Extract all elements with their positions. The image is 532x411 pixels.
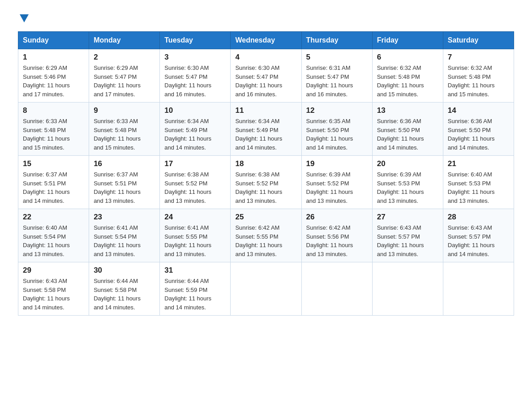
day-number: 20	[377, 159, 438, 168]
page-header	[18, 13, 514, 22]
calendar-cell: 19Sunrise: 6:39 AMSunset: 5:52 PMDayligh…	[301, 156, 372, 209]
calendar-cell: 30Sunrise: 6:44 AMSunset: 5:58 PMDayligh…	[89, 262, 160, 316]
day-number: 9	[94, 106, 155, 115]
day-info: Sunrise: 6:30 AMSunset: 5:47 PMDaylight:…	[164, 64, 226, 98]
day-number: 22	[23, 213, 84, 222]
day-info: Sunrise: 6:37 AMSunset: 5:51 PMDaylight:…	[94, 170, 155, 205]
day-info: Sunrise: 6:44 AMSunset: 5:59 PMDaylight:…	[164, 277, 226, 312]
calendar-cell: 23Sunrise: 6:41 AMSunset: 5:54 PMDayligh…	[89, 209, 160, 262]
day-info: Sunrise: 6:40 AMSunset: 5:54 PMDaylight:…	[23, 223, 84, 258]
calendar-cell: 20Sunrise: 6:39 AMSunset: 5:53 PMDayligh…	[372, 156, 443, 209]
calendar-cell: 22Sunrise: 6:40 AMSunset: 5:54 PMDayligh…	[18, 209, 89, 262]
calendar-cell	[372, 262, 443, 316]
logo	[18, 13, 29, 22]
day-info: Sunrise: 6:42 AMSunset: 5:56 PMDaylight:…	[306, 223, 368, 258]
day-info: Sunrise: 6:36 AMSunset: 5:50 PMDaylight:…	[377, 117, 438, 152]
calendar-cell: 1Sunrise: 6:29 AMSunset: 5:46 PMDaylight…	[18, 49, 89, 103]
day-number: 27	[377, 213, 438, 222]
day-info: Sunrise: 6:33 AMSunset: 5:48 PMDaylight:…	[23, 117, 84, 152]
calendar-cell	[443, 262, 514, 316]
calendar-cell: 10Sunrise: 6:34 AMSunset: 5:49 PMDayligh…	[160, 103, 231, 156]
day-number: 13	[377, 106, 438, 115]
calendar-cell: 6Sunrise: 6:32 AMSunset: 5:48 PMDaylight…	[372, 49, 443, 103]
day-info: Sunrise: 6:31 AMSunset: 5:47 PMDaylight:…	[306, 64, 368, 98]
calendar-cell: 15Sunrise: 6:37 AMSunset: 5:51 PMDayligh…	[18, 156, 89, 209]
weekday-header-thursday: Thursday	[301, 32, 372, 49]
weekday-header-tuesday: Tuesday	[160, 32, 231, 49]
calendar-week-1: 1Sunrise: 6:29 AMSunset: 5:46 PMDaylight…	[18, 49, 514, 103]
calendar-header: SundayMondayTuesdayWednesdayThursdayFrid…	[18, 32, 514, 49]
calendar-week-5: 29Sunrise: 6:43 AMSunset: 5:58 PMDayligh…	[18, 262, 514, 316]
day-number: 28	[448, 213, 509, 222]
day-info: Sunrise: 6:43 AMSunset: 5:57 PMDaylight:…	[377, 223, 438, 258]
weekday-header-monday: Monday	[89, 32, 160, 49]
day-info: Sunrise: 6:42 AMSunset: 5:55 PMDaylight:…	[235, 223, 296, 258]
calendar-cell: 31Sunrise: 6:44 AMSunset: 5:59 PMDayligh…	[160, 262, 231, 316]
day-info: Sunrise: 6:32 AMSunset: 5:48 PMDaylight:…	[377, 64, 438, 98]
day-info: Sunrise: 6:41 AMSunset: 5:54 PMDaylight:…	[94, 223, 155, 258]
calendar-table: SundayMondayTuesdayWednesdayThursdayFrid…	[18, 31, 514, 316]
day-number: 15	[23, 159, 84, 168]
calendar-cell	[231, 262, 301, 316]
day-number: 31	[164, 266, 226, 275]
calendar-cell: 5Sunrise: 6:31 AMSunset: 5:47 PMDaylight…	[301, 49, 372, 103]
day-info: Sunrise: 6:33 AMSunset: 5:48 PMDaylight:…	[94, 117, 155, 152]
day-number: 19	[306, 159, 368, 168]
day-number: 25	[235, 213, 296, 222]
weekday-header-friday: Friday	[372, 32, 443, 49]
day-number: 29	[23, 266, 84, 275]
day-number: 5	[306, 53, 368, 62]
day-info: Sunrise: 6:38 AMSunset: 5:52 PMDaylight:…	[235, 170, 296, 205]
day-number: 10	[164, 106, 226, 115]
svg-marker-0	[20, 14, 29, 22]
day-number: 18	[235, 159, 296, 168]
day-info: Sunrise: 6:44 AMSunset: 5:58 PMDaylight:…	[94, 277, 155, 312]
day-number: 23	[94, 213, 155, 222]
calendar-cell: 8Sunrise: 6:33 AMSunset: 5:48 PMDaylight…	[18, 103, 89, 156]
day-info: Sunrise: 6:35 AMSunset: 5:50 PMDaylight:…	[306, 117, 368, 152]
day-info: Sunrise: 6:34 AMSunset: 5:49 PMDaylight:…	[235, 117, 296, 152]
day-info: Sunrise: 6:39 AMSunset: 5:52 PMDaylight:…	[306, 170, 368, 205]
calendar-cell: 16Sunrise: 6:37 AMSunset: 5:51 PMDayligh…	[89, 156, 160, 209]
calendar-cell: 7Sunrise: 6:32 AMSunset: 5:48 PMDaylight…	[443, 49, 514, 103]
day-number: 16	[94, 159, 155, 168]
calendar-cell: 3Sunrise: 6:30 AMSunset: 5:47 PMDaylight…	[160, 49, 231, 103]
day-info: Sunrise: 6:32 AMSunset: 5:48 PMDaylight:…	[448, 64, 509, 98]
calendar-cell: 4Sunrise: 6:30 AMSunset: 5:47 PMDaylight…	[231, 49, 301, 103]
calendar-cell: 11Sunrise: 6:34 AMSunset: 5:49 PMDayligh…	[231, 103, 301, 156]
calendar-cell: 14Sunrise: 6:36 AMSunset: 5:50 PMDayligh…	[443, 103, 514, 156]
day-info: Sunrise: 6:43 AMSunset: 5:58 PMDaylight:…	[23, 277, 84, 312]
day-info: Sunrise: 6:34 AMSunset: 5:49 PMDaylight:…	[164, 117, 226, 152]
weekday-header-sunday: Sunday	[18, 32, 89, 49]
day-number: 26	[306, 213, 368, 222]
logo-triangle-icon	[20, 14, 29, 22]
calendar-cell: 21Sunrise: 6:40 AMSunset: 5:53 PMDayligh…	[443, 156, 514, 209]
day-info: Sunrise: 6:43 AMSunset: 5:57 PMDaylight:…	[448, 223, 509, 258]
weekday-header-wednesday: Wednesday	[231, 32, 301, 49]
calendar-cell: 18Sunrise: 6:38 AMSunset: 5:52 PMDayligh…	[231, 156, 301, 209]
day-info: Sunrise: 6:37 AMSunset: 5:51 PMDaylight:…	[23, 170, 84, 205]
day-number: 6	[377, 53, 438, 62]
calendar-cell: 28Sunrise: 6:43 AMSunset: 5:57 PMDayligh…	[443, 209, 514, 262]
day-number: 21	[448, 159, 509, 168]
calendar-cell: 27Sunrise: 6:43 AMSunset: 5:57 PMDayligh…	[372, 209, 443, 262]
weekday-header-saturday: Saturday	[443, 32, 514, 49]
day-number: 3	[164, 53, 226, 62]
day-number: 12	[306, 106, 368, 115]
calendar-cell	[301, 262, 372, 316]
day-number: 11	[235, 106, 296, 115]
day-info: Sunrise: 6:40 AMSunset: 5:53 PMDaylight:…	[448, 170, 509, 205]
day-number: 30	[94, 266, 155, 275]
day-info: Sunrise: 6:29 AMSunset: 5:47 PMDaylight:…	[94, 64, 155, 98]
day-number: 17	[164, 159, 226, 168]
calendar-cell: 26Sunrise: 6:42 AMSunset: 5:56 PMDayligh…	[301, 209, 372, 262]
day-number: 14	[448, 106, 509, 115]
day-number: 2	[94, 53, 155, 62]
calendar-cell: 29Sunrise: 6:43 AMSunset: 5:58 PMDayligh…	[18, 262, 89, 316]
calendar-week-4: 22Sunrise: 6:40 AMSunset: 5:54 PMDayligh…	[18, 209, 514, 262]
calendar-week-3: 15Sunrise: 6:37 AMSunset: 5:51 PMDayligh…	[18, 156, 514, 209]
calendar-week-2: 8Sunrise: 6:33 AMSunset: 5:48 PMDaylight…	[18, 103, 514, 156]
day-number: 4	[235, 53, 296, 62]
day-number: 7	[448, 53, 509, 62]
calendar-cell: 12Sunrise: 6:35 AMSunset: 5:50 PMDayligh…	[301, 103, 372, 156]
